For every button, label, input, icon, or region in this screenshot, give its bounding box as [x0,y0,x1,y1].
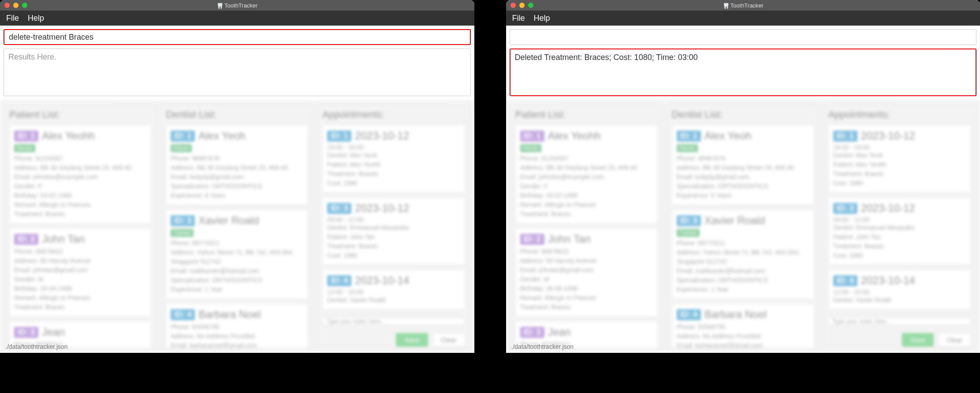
patient-card[interactable]: ID: 2John TanPhone: 90676622Address: 60 … [9,228,152,317]
window-controls [4,3,27,8]
appointments-header: Appointments: [322,109,465,120]
card-detail-line: Dentist: Alex Yeoh [833,151,966,160]
card-detail-line: Treatment: Braces [833,242,966,251]
id-badge: ID: 1 [171,131,195,142]
menu-file[interactable]: File [6,14,19,23]
maximize-icon[interactable] [22,3,27,8]
card-detail-line: Phone: 90676622 [14,247,147,256]
titlebar[interactable]: 🦷 ToothTracker [506,0,980,11]
card-detail-line: Dentist: Emmanuel Alexandra [833,223,966,232]
card-detail-line: Email: johndoe@example.com [14,172,147,182]
patient-card[interactable]: ID: 1Alex YeohhfriendsPhone: 91234567Add… [515,125,658,224]
menu-file[interactable]: File [512,14,525,23]
appointment-card[interactable]: ID: 12023-10-1216:00 - 19:00Dentist: Ale… [322,125,465,193]
appointment-time: 16:00 - 19:00 [327,144,460,151]
card-detail-line: Experience: 6 Years [171,191,303,200]
card-detail-line: Dentist: Xavier Roald [833,296,966,305]
card-detail-line: Treatment: Braces [520,210,653,219]
maximize-icon[interactable] [528,3,533,8]
patient-card[interactable]: ID: 2John TanPhone: 90676622Address: 60 … [515,228,658,317]
dentist-card[interactable]: ID: 1Alex YeohfriendsPhone: 98987676Addr… [672,125,814,205]
card-detail-line: Experience: 6 Years [677,191,809,200]
appointment-date: 2023-10-12 [861,130,915,142]
minimize-icon[interactable] [13,3,19,8]
menu-help[interactable]: Help [28,14,44,23]
card-detail-line: Cost: 1080 [327,179,460,188]
card-detail-line: Remark: Allergic to Peanuts [14,200,147,210]
card-detail-line: Gender: F [520,182,653,191]
menubar: File Help [506,11,980,26]
tag-badge: friends [520,144,541,152]
card-detail-line: Address: 60 Harvey Avenue [520,256,653,266]
titlebar[interactable]: 🦷 ToothTracker [0,0,474,11]
patient-name: John Tan [548,233,591,245]
menu-help[interactable]: Help [534,14,550,23]
window-title-text: ToothTracker [730,2,764,9]
card-detail-line: Remark: Allergic to Peanuts [520,200,653,210]
dentist-name: Alex Yeoh [704,130,752,142]
notes-input[interactable] [322,318,465,325]
card-detail-line: Address: Blk 30 Geylang Street 29, #06-4… [171,163,303,172]
save-button[interactable]: Save [902,333,934,347]
dentist-card[interactable]: ID: 3Xavier RoaldTraineePhone: 99773311A… [672,210,814,299]
card-detail-line: Treatment: Braces [327,169,460,179]
id-badge: ID: 1 [327,131,351,142]
app-window-after: 🦷 ToothTracker File Help Deleted Treatme… [506,0,980,353]
appointment-time: 16:00 - 19:00 [833,144,966,151]
card-detail-line: Experience: 1 Year [677,285,809,294]
patient-name: Jean [548,326,571,338]
card-detail-line: Gender: F [14,182,147,191]
card-detail-line: Experience: 1 Year [171,285,303,294]
card-detail-line: Treatment: Braces [520,303,653,312]
id-badge: ID: 2 [520,234,544,245]
result-text: Deleted Treatment: Braces; Cost: 1080; T… [515,53,698,62]
appointment-card[interactable]: ID: 32023-10-1209:00 - 12:00Dentist: Emm… [322,197,465,265]
appointment-time: 09:00 - 12:00 [327,216,460,223]
patient-card[interactable]: ID: 1Alex YeohhfriendsPhone: 91234567Add… [9,125,152,224]
clear-button[interactable]: Clear [938,333,971,347]
card-detail-line: Patient: John Tan [327,232,460,242]
dentist-name: Barbara Noel [198,308,261,321]
card-detail-line: Email: barbaranoel@gmail.com [171,341,303,348]
appointment-card[interactable]: ID: 12023-10-1216:00 - 19:00Dentist: Ale… [828,125,971,193]
card-detail-line: Address: 60 Harvey Avenue [14,256,147,266]
dentist-card[interactable]: ID: 4Barbara NoelPhone: 93349795Address:… [166,303,308,348]
command-input[interactable] [4,29,471,45]
card-detail-line: Address: Blk 30 Geylang Street 29, #06-4… [677,163,809,172]
close-icon[interactable] [510,3,516,8]
appointment-card[interactable]: ID: 42023-10-1412:00 - 15:00Dentist: Xav… [828,269,971,310]
close-icon[interactable] [4,3,10,8]
dentist-card[interactable]: ID: 3Xavier RoaldTraineePhone: 99773311A… [166,210,308,299]
card-detail-line: Dentist: Xavier Roald [327,296,460,305]
card-detail-line: Birthday: 03-02-1999 [520,191,653,200]
dentist-name: Barbara Noel [704,308,767,321]
footer-path: ./data/toothtracker.json [511,341,574,350]
menubar: File Help [0,11,474,26]
card-detail-line: Treatment: Braces [14,303,147,312]
card-detail-line: Treatment: Braces [14,210,147,219]
card-detail-line: Address: No Address Provided [677,332,809,341]
dentist-card[interactable]: ID: 4Barbara NoelPhone: 93349795Address:… [672,303,814,348]
card-detail-line: Treatment: Braces [833,169,966,179]
clear-button[interactable]: Clear [432,333,465,347]
appointment-card[interactable]: ID: 32023-10-1209:00 - 12:00Dentist: Emm… [828,197,971,265]
card-detail-line: Patient: Alex Yeohh [327,160,460,169]
dentist-card[interactable]: ID: 1Alex YeohfriendsPhone: 98987676Addr… [166,125,308,205]
card-detail-line: Dentist: Alex Yeoh [327,151,460,160]
window-title: 🦷 ToothTracker [216,2,257,9]
card-detail-line: Email: johntan@gmail.com [14,266,147,275]
card-detail-line: Address: No Address Provided [171,332,303,341]
card-detail-line: Patient: Alex Yeohh [833,160,966,169]
command-input[interactable] [510,29,977,45]
tag-badge: friends [677,144,698,152]
content-blur-overlay: Patient List:ID: 1Alex YeohhfriendsPhone… [506,100,980,353]
dentist-name: Xavier Roald [198,214,259,227]
results-box: Results Here. [4,49,471,96]
notes-input[interactable] [828,318,971,325]
card-detail-line: Patient: John Tan [833,232,966,242]
minimize-icon[interactable] [519,3,525,8]
content-blur-overlay: Patient List:ID: 1Alex YeohhfriendsPhone… [0,100,474,353]
save-button[interactable]: Save [396,333,428,347]
appointment-card[interactable]: ID: 42023-10-1412:00 - 15:00Dentist: Xav… [322,269,465,310]
card-detail-line: Specialization: ORTHODONTICS [171,182,303,191]
